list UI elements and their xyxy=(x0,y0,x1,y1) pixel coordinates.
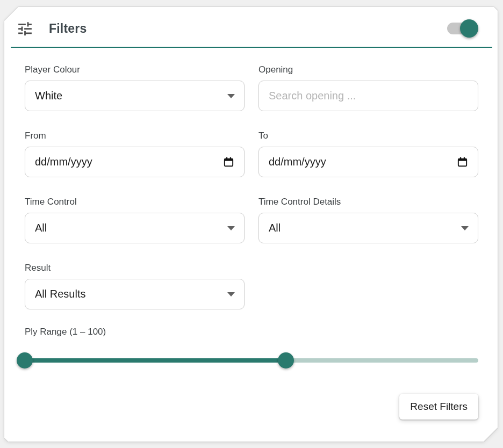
field-to-date: To dd/mm/yyyy xyxy=(258,131,478,177)
player-colour-select[interactable]: White xyxy=(25,81,245,111)
result-value: All Results xyxy=(35,288,85,300)
field-from-date: From dd/mm/yyyy xyxy=(25,131,245,177)
time-control-details-select[interactable]: All xyxy=(258,213,478,243)
filters-toggle[interactable] xyxy=(447,23,475,34)
chevron-down-icon xyxy=(227,226,235,230)
time-control-value: All xyxy=(35,222,47,234)
slider-thumb-upper[interactable] xyxy=(278,352,294,368)
opening-label: Opening xyxy=(258,64,478,75)
field-opening: Opening xyxy=(258,64,478,111)
slider-thumb-lower[interactable] xyxy=(17,352,33,368)
to-date-value: dd/mm/yyyy xyxy=(269,156,326,168)
tune-filters-icon xyxy=(16,20,34,38)
ply-range-section: Ply Range (1 – 100) xyxy=(25,327,478,369)
filters-form: Player Colour White Opening From dd/mm/y… xyxy=(4,48,498,420)
toggle-thumb xyxy=(460,19,478,38)
player-colour-value: White xyxy=(35,90,62,102)
chevron-down-icon xyxy=(227,292,235,297)
panel-title: Filters xyxy=(49,21,87,36)
field-player-colour: Player Colour White xyxy=(25,64,245,111)
chevron-down-icon xyxy=(227,94,235,98)
chevron-down-icon xyxy=(461,226,469,230)
player-colour-label: Player Colour xyxy=(25,64,245,75)
ply-range-slider xyxy=(25,352,478,369)
ply-range-label: Ply Range (1 – 100) xyxy=(25,327,478,337)
filters-header: Filters xyxy=(4,7,498,38)
from-date-value: dd/mm/yyyy xyxy=(35,156,92,168)
actions-row: Reset Filters xyxy=(25,394,478,420)
time-control-details-value: All xyxy=(269,222,281,234)
time-control-select[interactable]: All xyxy=(25,213,245,243)
result-select[interactable]: All Results xyxy=(25,279,245,309)
to-label: To xyxy=(258,131,478,141)
from-date-input[interactable]: dd/mm/yyyy xyxy=(25,147,245,177)
reset-filters-button[interactable]: Reset Filters xyxy=(399,394,478,420)
opening-search-input[interactable] xyxy=(258,81,478,111)
slider-fill xyxy=(25,358,286,363)
field-time-control: Time Control All xyxy=(25,197,245,243)
filters-card: Filters Player Colour White Opening xyxy=(4,7,498,442)
field-result: Result All Results xyxy=(25,263,245,309)
time-control-details-label: Time Control Details xyxy=(258,197,478,207)
time-control-label: Time Control xyxy=(25,197,245,207)
filters-panel: Filters Player Colour White Opening xyxy=(4,7,498,442)
field-time-control-details: Time Control Details All xyxy=(258,197,478,243)
calendar-icon[interactable] xyxy=(456,156,469,168)
calendar-icon[interactable] xyxy=(222,156,235,168)
from-label: From xyxy=(25,131,245,141)
to-date-input[interactable]: dd/mm/yyyy xyxy=(258,147,478,177)
result-label: Result xyxy=(25,263,245,273)
